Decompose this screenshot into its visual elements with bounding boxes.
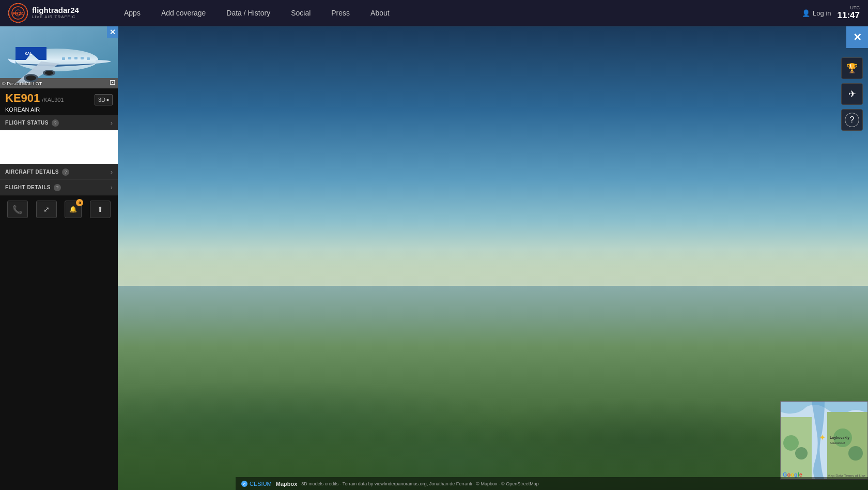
flight-status-help-icon[interactable]: ? bbox=[52, 119, 59, 127]
help-button[interactable]: ? bbox=[841, 109, 863, 131]
share-icon: ⬆ bbox=[97, 205, 103, 213]
cesium-icon: C bbox=[241, 480, 248, 487]
svg-rect-14 bbox=[74, 57, 78, 59]
photo-expand-button[interactable]: ⊡ bbox=[110, 78, 116, 86]
svg-point-9 bbox=[26, 75, 36, 81]
flight-status-header[interactable]: FLIGHT STATUS ? › bbox=[0, 115, 118, 130]
login-label: Log in bbox=[813, 9, 831, 17]
svg-rect-12 bbox=[62, 57, 65, 60]
aircraft-details-header[interactable]: AIRCRAFT DETAILS ? › bbox=[0, 164, 118, 179]
svg-point-21 bbox=[795, 447, 808, 460]
phone-button[interactable]: 📞 bbox=[7, 201, 28, 218]
ground-detail bbox=[118, 323, 868, 490]
mini-map[interactable]: ✦ Loykovskiy Амковский Google Map Data T… bbox=[780, 401, 868, 480]
svg-point-23 bbox=[848, 446, 863, 461]
aircraft-button[interactable]: ✈ bbox=[841, 83, 863, 105]
bottom-actions: 📞 ⤢ 🔔 0 ⬆ bbox=[0, 195, 118, 223]
svg-text:KAL: KAL bbox=[25, 52, 33, 55]
logo-area: FR24 flightradar24 LIVE AIR TRAFFIC bbox=[0, 3, 114, 23]
alert-badge: 0 bbox=[76, 199, 83, 206]
nav-apps[interactable]: Apps bbox=[114, 0, 151, 26]
flight-details-help-icon[interactable]: ? bbox=[54, 184, 61, 191]
svg-rect-19 bbox=[827, 412, 868, 480]
nav-data-history[interactable]: Data / History bbox=[216, 0, 281, 26]
login-button[interactable]: 👤 Log in bbox=[802, 9, 831, 17]
flight-number-group: KE901 /KAL901 bbox=[5, 91, 64, 105]
mapbox-logo: Mapbox bbox=[276, 481, 298, 487]
top-right-close-button[interactable]: ✕ bbox=[846, 26, 868, 48]
nav-press[interactable]: Press bbox=[321, 0, 360, 26]
user-icon: 👤 bbox=[802, 9, 810, 17]
flight-details-chevron: › bbox=[111, 183, 113, 191]
aircraft-details-chevron: › bbox=[111, 168, 113, 176]
header: FR24 flightradar24 LIVE AIR TRAFFIC Apps… bbox=[0, 0, 868, 26]
flight-details-header[interactable]: FLIGHT DETAILS ? › bbox=[0, 179, 118, 195]
plane-icon: ✈ bbox=[848, 88, 856, 100]
airline-name: KOREAN AIR bbox=[5, 106, 113, 113]
time-block: UTC 11:47 bbox=[838, 5, 860, 21]
aircraft-details-help-icon[interactable]: ? bbox=[62, 169, 69, 176]
cesium-logo: C CESIUM bbox=[241, 480, 272, 487]
credits-text: 3D models credits · Terrain data by view… bbox=[301, 481, 538, 486]
svg-text:✦: ✦ bbox=[819, 433, 826, 442]
nav-about[interactable]: About bbox=[360, 0, 400, 26]
flight-status-left: FLIGHT STATUS ? bbox=[5, 119, 59, 127]
utc-time: 11:47 bbox=[838, 10, 860, 21]
svg-text:FR24: FR24 bbox=[12, 11, 24, 16]
mini-map-svg: ✦ Loykovskiy Амковский bbox=[781, 402, 868, 480]
logo-icon: FR24 bbox=[8, 3, 28, 23]
layers-button[interactable]: 🏆 bbox=[841, 57, 863, 79]
svg-rect-16 bbox=[87, 57, 90, 60]
flight-status-content bbox=[0, 130, 118, 164]
3d-label: 3D bbox=[98, 97, 105, 103]
layers-icon: 🏆 bbox=[846, 63, 858, 74]
logo-sub: LIVE AIR TRAFFIC bbox=[32, 15, 79, 20]
sidebar: KAL © Pascal MAILLOT ⊡ KE901 /KAL901 bbox=[0, 26, 118, 490]
svg-text:Loykovskiy: Loykovskiy bbox=[830, 436, 849, 440]
svg-text:C: C bbox=[243, 483, 246, 486]
phone-icon: 📞 bbox=[12, 205, 23, 215]
flight-details-label: FLIGHT DETAILS bbox=[5, 185, 51, 190]
map-area[interactable]: 🏆 ✈ ? bbox=[118, 26, 868, 490]
svg-point-11 bbox=[45, 71, 53, 75]
aircraft-details-label: AIRCRAFT DETAILS bbox=[5, 169, 59, 175]
nav-social[interactable]: Social bbox=[281, 0, 321, 26]
plane-photo-svg: KAL bbox=[0, 26, 118, 88]
cesium-label: CESIUM bbox=[250, 481, 272, 487]
flight-photo: KAL © Pascal MAILLOT ⊡ bbox=[0, 26, 118, 88]
photo-credit: © Pascal MAILLOT bbox=[2, 81, 42, 86]
aircraft-details-left: AIRCRAFT DETAILS ? bbox=[5, 169, 69, 176]
sidebar-close-button[interactable]: ✕ bbox=[107, 26, 118, 38]
flight-number-row: KE901 /KAL901 3D ▪ bbox=[5, 91, 113, 105]
logo-brand: flightradar24 bbox=[32, 6, 79, 15]
share-button[interactable]: ⬆ bbox=[90, 201, 111, 218]
credits-bar: C CESIUM Mapbox 3D models credits · Terr… bbox=[236, 477, 868, 490]
svg-text:Амковский: Амковский bbox=[830, 441, 845, 445]
mini-map-background: ✦ Loykovskiy Амковский bbox=[781, 402, 867, 479]
svg-point-20 bbox=[783, 435, 799, 451]
cube-icon: ▪ bbox=[106, 96, 109, 104]
logo-text: flightradar24 LIVE AIR TRAFFIC bbox=[32, 6, 79, 19]
help-icon: ? bbox=[845, 113, 859, 127]
flight-number: KE901 bbox=[5, 91, 40, 105]
flight-status-label: FLIGHT STATUS bbox=[5, 120, 49, 126]
svg-rect-13 bbox=[68, 57, 71, 59]
flight-info: KE901 /KAL901 3D ▪ KOREAN AIR bbox=[0, 88, 118, 115]
svg-rect-15 bbox=[81, 57, 84, 59]
flight-callsign: /KAL901 bbox=[42, 97, 64, 103]
alert-button[interactable]: 🔔 0 bbox=[65, 201, 82, 218]
flight-status-chevron: › bbox=[111, 119, 113, 127]
right-panel: 🏆 ✈ ? bbox=[841, 57, 863, 131]
nav-add-coverage[interactable]: Add coverage bbox=[151, 0, 216, 26]
collapse-icon: ⤢ bbox=[43, 205, 50, 213]
header-right: 👤 Log in UTC 11:47 bbox=[794, 5, 868, 21]
3d-button[interactable]: 3D ▪ bbox=[95, 94, 113, 105]
flight-details-left: FLIGHT DETAILS ? bbox=[5, 184, 61, 191]
alert-icon: 🔔 bbox=[69, 206, 77, 213]
utc-label: UTC bbox=[850, 5, 860, 10]
collapse-button[interactable]: ⤢ bbox=[36, 201, 57, 218]
main-nav: Apps Add coverage Data / History Social … bbox=[114, 0, 794, 26]
